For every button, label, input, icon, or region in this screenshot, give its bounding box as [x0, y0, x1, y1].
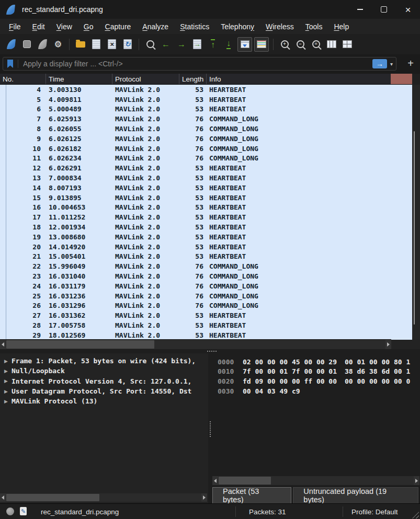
packet-row[interactable]: 116.026234MAVLink 2.076COMMAND_LONG [0, 154, 412, 164]
byte-view-tab[interactable]: Untruncated payload (19 bytes) [293, 487, 418, 503]
restart-capture-icon[interactable] [36, 38, 49, 51]
menu-item-edit[interactable]: Edit [27, 22, 51, 31]
menu-item-help[interactable]: Help [328, 22, 355, 31]
menu-item-capture[interactable]: Capture [99, 22, 137, 31]
menu-item-file[interactable]: File [3, 22, 27, 31]
close-button[interactable]: × [396, 0, 420, 19]
expand-arrow-icon[interactable]: ▶ [4, 389, 12, 394]
pane-splitter-vertical[interactable] [208, 353, 212, 503]
hex-row[interactable]: 003000 04 03 49 c9 [212, 386, 420, 396]
resize-grip[interactable] [412, 512, 419, 518]
detail-tree-item[interactable]: ▶User Datagram Protocol, Src Port: 14550… [0, 386, 208, 396]
packet-row[interactable]: 1812.001934MAVLink 2.053HEARTBEAT [0, 222, 412, 232]
packet-list-horizontal-scrollbar[interactable] [0, 339, 391, 349]
zoom-in-icon[interactable]: + [278, 38, 291, 51]
scroll-left-arrow[interactable] [0, 493, 6, 502]
expand-arrow-icon[interactable]: ▶ [4, 378, 12, 384]
scroll-right-arrow[interactable] [385, 340, 391, 349]
details-scrollbar-thumb[interactable] [6, 494, 99, 501]
resize-columns-icon[interactable] [325, 38, 338, 51]
packet-row[interactable]: 2416.031179MAVLink 2.076COMMAND_LONG [0, 281, 412, 291]
column-header-length[interactable]: Length [179, 74, 207, 84]
detail-tree-item[interactable]: ▶Internet Protocol Version 4, Src: 127.0… [0, 376, 208, 386]
reload-file-icon[interactable]: ↻ [121, 38, 134, 51]
add-filter-button[interactable]: + [407, 57, 414, 70]
packet-row[interactable]: 2716.031362MAVLink 2.053HEARTBEAT [0, 310, 412, 320]
expert-info-icon[interactable] [6, 508, 14, 515]
hex-row[interactable]: 00107f 00 00 01 7f 00 00 0138 d6 38 6d 0… [212, 367, 420, 377]
expand-arrow-icon[interactable]: ▶ [4, 359, 12, 364]
expand-arrow-icon[interactable]: ▶ [4, 399, 12, 404]
bytes-horizontal-scrollbar[interactable] [212, 476, 419, 485]
packet-row[interactable]: 1610.004653MAVLink 2.053HEARTBEAT [0, 203, 412, 213]
packet-row[interactable]: 96.026125MAVLink 2.076COMMAND_LONG [0, 134, 412, 144]
go-back-icon[interactable]: ← [159, 38, 173, 51]
filter-placeholder[interactable]: Apply a display filter ... <Ctrl-/> [23, 60, 372, 68]
status-profile[interactable]: Profile: Default [351, 504, 398, 519]
details-horizontal-scrollbar[interactable] [0, 493, 207, 502]
packet-row[interactable]: 106.026182MAVLink 2.076COMMAND_LONG [0, 144, 412, 154]
horizontal-scrollbar-thumb[interactable] [6, 340, 154, 349]
column-header-info[interactable]: Info [207, 74, 412, 84]
packet-details-pane[interactable]: ▶Frame 1: Packet, 53 bytes on wire (424 … [0, 353, 208, 503]
hex-row[interactable]: 000002 00 00 00 45 00 00 2900 01 00 00 8… [212, 357, 420, 367]
column-header-no[interactable]: No. [0, 74, 46, 84]
packet-row[interactable]: 54.009811MAVLink 2.053HEARTBEAT [0, 95, 412, 105]
find-packet-icon[interactable] [143, 38, 157, 51]
zoom-reset-icon[interactable]: = [309, 38, 323, 51]
bytes-scrollbar-thumb[interactable] [219, 477, 271, 485]
go-forward-icon[interactable]: → [175, 38, 188, 51]
packet-row[interactable]: 148.007193MAVLink 2.053HEARTBEAT [0, 183, 412, 193]
packet-row[interactable]: 2215.996049MAVLink 2.076COMMAND_LONG [0, 261, 412, 271]
close-file-icon[interactable]: × [105, 38, 119, 51]
go-first-packet-icon[interactable]: ↑ [206, 38, 220, 51]
packet-bytes-pane[interactable]: 000002 00 00 00 45 00 00 2900 01 00 00 8… [212, 353, 420, 503]
packet-row[interactable]: 76.025913MAVLink 2.076COMMAND_LONG [0, 114, 412, 124]
packet-list-vertical-scrollbar[interactable] [412, 85, 420, 340]
packet-row[interactable]: 2817.005758MAVLink 2.053HEARTBEAT [0, 320, 412, 330]
hex-row[interactable]: 0020fd 09 00 00 00 ff 00 0000 00 00 00 0… [212, 376, 420, 386]
packet-row[interactable]: 86.026055MAVLink 2.076COMMAND_LONG [0, 124, 412, 134]
apply-filter-button[interactable]: → [372, 59, 387, 68]
layout-icon[interactable] [340, 38, 354, 51]
vertical-scrollbar-thumb[interactable] [414, 131, 415, 325]
packet-row[interactable]: 65.000489MAVLink 2.053HEARTBEAT [0, 105, 412, 114]
packet-row[interactable]: 137.000834MAVLink 2.053HEARTBEAT [0, 173, 412, 183]
pane-splitter-horizontal[interactable] [0, 349, 420, 353]
menu-item-view[interactable]: View [51, 22, 78, 31]
column-header-protocol[interactable]: Protocol [112, 74, 179, 84]
capture-comment-icon[interactable]: ✎ [20, 507, 27, 515]
start-capture-icon[interactable] [4, 38, 18, 51]
scroll-left-arrow[interactable] [0, 340, 6, 349]
packet-row[interactable]: 2516.031236MAVLink 2.076COMMAND_LONG [0, 291, 412, 301]
maximize-button[interactable] [372, 0, 396, 19]
menu-item-go[interactable]: Go [78, 22, 99, 31]
packet-row[interactable]: 43.003130MAVLink 2.053HEARTBEAT [0, 85, 412, 95]
detail-tree-item[interactable]: ▶MAVLink Protocol (13) [0, 396, 208, 406]
expand-arrow-icon[interactable]: ▶ [4, 368, 12, 374]
colorize-icon[interactable] [254, 37, 269, 52]
packet-row[interactable]: 2616.031296MAVLink 2.076COMMAND_LONG [0, 301, 412, 311]
detail-tree-item[interactable]: ▶Null/Loopback [0, 366, 208, 376]
minimize-button[interactable] [348, 0, 372, 19]
scroll-right-arrow[interactable] [414, 476, 419, 485]
detail-tree-item[interactable]: ▶Frame 1: Packet, 53 bytes on wire (424 … [0, 356, 208, 366]
packet-row[interactable]: 159.013895MAVLink 2.053HEARTBEAT [0, 193, 412, 203]
capture-options-icon[interactable]: ⚙ [51, 38, 65, 51]
filter-dropdown-icon[interactable]: ▾ [390, 61, 393, 67]
stop-capture-icon[interactable] [20, 38, 33, 51]
packet-row[interactable]: 1913.008680MAVLink 2.053HEARTBEAT [0, 232, 412, 242]
menu-item-tools[interactable]: Tools [300, 22, 328, 31]
menu-item-analyze[interactable]: Analyze [137, 22, 174, 31]
zoom-out-icon[interactable]: − [293, 38, 307, 51]
go-to-packet-icon[interactable]: → [190, 38, 204, 51]
menu-item-statistics[interactable]: Statistics [174, 22, 215, 31]
save-file-icon[interactable] [89, 38, 103, 51]
auto-scroll-icon[interactable] [237, 37, 252, 52]
menu-item-wireless[interactable]: Wireless [260, 22, 300, 31]
packet-row[interactable]: 2918.012569MAVLink 2.053HEARTBEAT [0, 330, 412, 340]
packet-row[interactable]: 1711.011252MAVLink 2.053HEARTBEAT [0, 212, 412, 222]
packet-row[interactable]: 2115.005401MAVLink 2.053HEARTBEAT [0, 252, 412, 262]
display-filter-input[interactable]: Apply a display filter ... <Ctrl-/> → ▾ [3, 57, 396, 71]
column-header-time[interactable]: Time [46, 74, 112, 84]
